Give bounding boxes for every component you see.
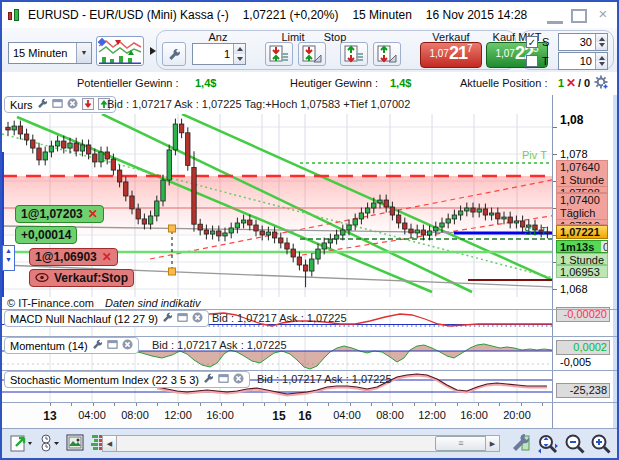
s-value-stepper[interactable]: 30 xyxy=(558,33,608,51)
stop-type-label: Verkauf:Stop xyxy=(29,269,134,287)
candle xyxy=(415,230,419,233)
candle xyxy=(93,154,97,162)
order-settings-button[interactable] xyxy=(162,42,186,66)
time-label: 04:00 xyxy=(78,409,106,421)
candle xyxy=(396,215,400,223)
candle xyxy=(117,170,121,182)
long-position-label[interactable]: 1@1,07203 ✕ xyxy=(15,205,104,223)
title-bar[interactable]: EURUSD - EUR/USD (Mini) Kassa (-) 1,0722… xyxy=(2,2,617,28)
chart-type-button[interactable] xyxy=(96,36,144,66)
candle xyxy=(142,219,146,224)
maximize-button[interactable] xyxy=(571,9,587,23)
stochastic-detach-window-icon[interactable] xyxy=(218,373,229,386)
candle xyxy=(111,159,115,170)
export-icon[interactable] xyxy=(10,433,34,457)
candle xyxy=(303,265,307,271)
candle xyxy=(440,223,444,227)
stop-checkbox[interactable]: ✓ xyxy=(526,36,538,48)
price-level-text: 1 Stunde xyxy=(560,254,607,265)
candle xyxy=(297,257,301,265)
time-periods-icon[interactable] xyxy=(40,433,62,457)
stochastic-header: Stochastic Momentum Index (22 3 5 3) xyxy=(4,371,250,388)
stop-order-chart-button[interactable] xyxy=(373,42,401,66)
quantity-value: 1 xyxy=(193,44,233,64)
macd-settings-wrench-icon[interactable] xyxy=(162,312,173,325)
stochastic-settings-wrench-icon[interactable] xyxy=(203,373,214,386)
price-level-text: 1,06953 xyxy=(560,266,607,278)
candle xyxy=(471,208,475,212)
limit-order-chart-button[interactable] xyxy=(298,42,326,66)
candle xyxy=(378,200,382,203)
candle xyxy=(37,148,41,160)
candle xyxy=(359,213,363,219)
macd-quote-line: Bid : 1,07217 Ask : 1,07225 xyxy=(212,312,347,324)
macd-title: MACD Null Nachlauf (12 27 9) xyxy=(10,313,158,325)
price-level-box-res: 1,076401 Stunde xyxy=(556,160,608,188)
candle xyxy=(24,134,28,140)
stop-entry-text: 1@1,06903 xyxy=(35,250,97,264)
t-value-stepper[interactable]: 10 xyxy=(558,52,608,70)
candle xyxy=(347,225,351,230)
scroll-left-button[interactable]: ◀ xyxy=(103,436,117,451)
quantity-spin-buttons[interactable] xyxy=(233,44,245,64)
zoom-out-icon[interactable] xyxy=(564,433,586,459)
macd-detach-window-icon[interactable] xyxy=(177,312,188,325)
stop-order-label[interactable]: 1@1,06903 ✕ xyxy=(29,248,118,266)
close-series-icon[interactable] xyxy=(67,98,78,111)
t-spin-buttons[interactable] xyxy=(595,53,607,69)
candle xyxy=(223,233,227,236)
candle xyxy=(62,141,66,148)
mini-chart-icon xyxy=(98,38,142,64)
close-stop-icon[interactable]: ✕ xyxy=(102,250,112,264)
position-settings-gear-icon[interactable] xyxy=(594,75,608,91)
momentum-detach-window-icon[interactable] xyxy=(107,339,118,352)
candle xyxy=(179,124,183,133)
close-position-icon[interactable]: ✕ xyxy=(566,76,576,90)
limit-order-list-button[interactable] xyxy=(265,42,293,66)
momentum-settings-wrench-icon[interactable] xyxy=(92,339,103,352)
candle xyxy=(43,152,47,160)
detach-window-icon[interactable] xyxy=(52,98,63,111)
timeframe-select[interactable]: 15 Minuten ▼ xyxy=(8,42,92,64)
quantity-stepper[interactable]: 1 xyxy=(192,43,246,65)
time-label: 16:00 xyxy=(206,409,234,421)
stochastic-title: Stochastic Momentum Index (22 3 5 3) xyxy=(10,374,199,386)
candle xyxy=(161,180,165,201)
candle xyxy=(477,209,481,212)
s-value: 30 xyxy=(559,34,595,50)
position-suffix: / 0 xyxy=(578,77,590,89)
horizontal-scrollbar[interactable]: ◀ ≡ ▶ xyxy=(102,435,500,452)
trailing-checkbox[interactable] xyxy=(526,55,538,67)
quick-sell-icon[interactable] xyxy=(82,98,94,112)
scrollbar-thumb[interactable]: ≡ xyxy=(435,436,487,451)
sell-market-button[interactable]: 1,07217 xyxy=(420,42,482,68)
macd-close-icon[interactable] xyxy=(192,312,203,325)
momentum-close-icon[interactable] xyxy=(122,339,133,352)
s-spin-buttons[interactable] xyxy=(595,34,607,50)
series-settings-wrench-icon[interactable] xyxy=(37,98,48,111)
zoom-fit-icon[interactable] xyxy=(536,433,560,459)
candle xyxy=(310,259,314,271)
panel-separator xyxy=(2,402,617,403)
scroll-right-button[interactable]: ▶ xyxy=(485,436,499,451)
candle xyxy=(483,209,487,215)
sell-price-sup: 7 xyxy=(467,43,473,54)
time-axis[interactable]: 1304:0008:0012:0016:00151604:0008:0012:0… xyxy=(2,402,617,428)
stop-order-list-button[interactable] xyxy=(340,42,368,66)
screenshot-icon[interactable] xyxy=(66,433,86,457)
price-scale-drag-handle[interactable]: ▲▼ xyxy=(2,245,15,271)
stochastic-close-icon[interactable] xyxy=(233,373,244,386)
price-tick-label: 1,068 xyxy=(560,283,588,295)
chart-settings-icon[interactable] xyxy=(510,433,532,457)
candle xyxy=(173,124,177,150)
close-button[interactable]: × xyxy=(595,7,611,21)
candle xyxy=(502,217,506,219)
close-long-icon[interactable]: ✕ xyxy=(88,207,98,221)
stop-chart-icon xyxy=(377,45,397,63)
price-axis[interactable]: -0,00020 0,0002 -0,005 -25,238 1,081,078… xyxy=(552,95,613,428)
minimize-button[interactable] xyxy=(547,10,563,24)
zoom-in-icon[interactable] xyxy=(590,433,612,459)
candle xyxy=(229,228,233,233)
title-price: 1,07221 (+0,20%) xyxy=(243,8,339,22)
stop-type-text: Verkauf:Stop xyxy=(54,271,128,285)
